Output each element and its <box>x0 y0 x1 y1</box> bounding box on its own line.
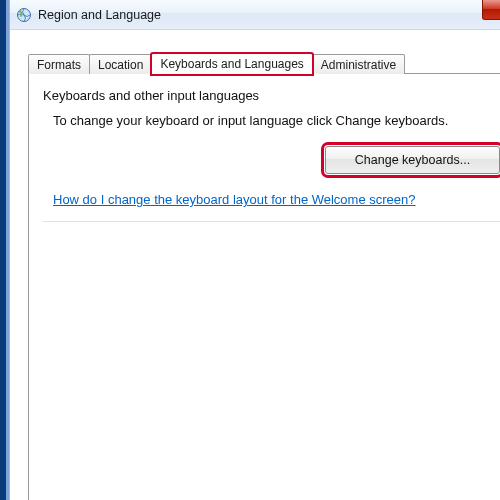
tab-strip: Formats Location Keyboards and Languages… <box>28 52 404 74</box>
client-area: Formats Location Keyboards and Languages… <box>20 30 500 500</box>
tab-administrative[interactable]: Administrative <box>312 54 405 74</box>
group-title: Keyboards and other input languages <box>43 88 500 103</box>
help-link[interactable]: How do I change the keyboard layout for … <box>53 192 416 207</box>
tab-label: Location <box>98 58 143 72</box>
tab-label: Administrative <box>321 58 396 72</box>
close-button[interactable] <box>482 0 500 20</box>
tab-keyboards-languages[interactable]: Keyboards and Languages <box>151 53 312 75</box>
change-keyboards-button[interactable]: Change keyboards... <box>325 146 500 174</box>
button-row: Change keyboards... <box>43 146 500 174</box>
window-title: Region and Language <box>38 8 161 22</box>
titlebar: Region and Language <box>10 0 500 30</box>
globe-icon <box>16 7 32 23</box>
tab-location[interactable]: Location <box>89 54 152 74</box>
group-description: To change your keyboard or input languag… <box>53 113 500 128</box>
divider <box>43 221 500 222</box>
tab-label: Formats <box>37 58 81 72</box>
region-language-window: Region and Language Formats Location Key… <box>9 0 500 500</box>
tab-panel: Keyboards and other input languages To c… <box>28 73 500 500</box>
tab-label: Keyboards and Languages <box>160 57 303 71</box>
tab-formats[interactable]: Formats <box>28 54 90 74</box>
